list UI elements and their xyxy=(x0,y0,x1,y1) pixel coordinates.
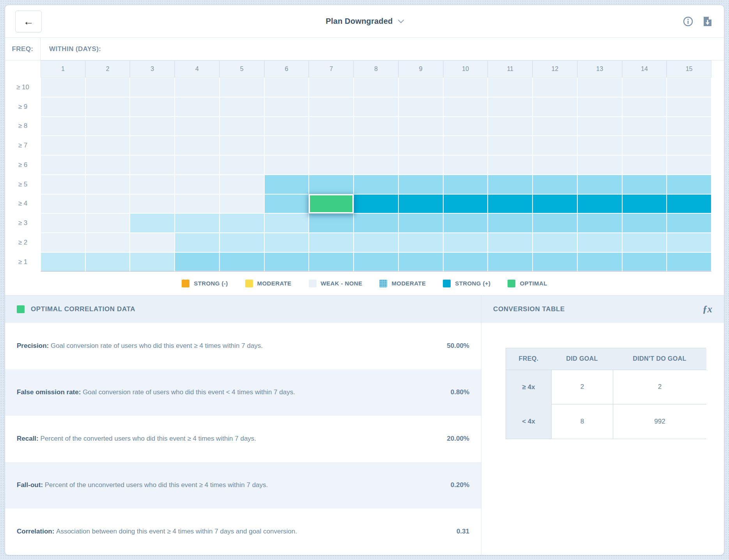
heatmap-cell-r≥10-c5[interactable] xyxy=(219,78,264,97)
heatmap-cell-r≥1-c9[interactable] xyxy=(398,252,443,272)
heatmap-cell-r≥3-c9[interactable] xyxy=(398,213,443,233)
heatmap-cell-r≥2-c10[interactable] xyxy=(443,233,488,252)
heatmap-cell-r≥3-c15[interactable] xyxy=(667,213,711,233)
heatmap-cell-r≥6-c1[interactable] xyxy=(41,155,85,175)
heatmap-cell-r≥9-c1[interactable] xyxy=(41,97,85,117)
heatmap-cell-r≥2-c9[interactable] xyxy=(398,233,443,252)
heatmap-cell-r≥5-c5[interactable] xyxy=(219,175,264,194)
heatmap-cell-r≥8-c7[interactable] xyxy=(309,117,354,136)
heatmap-cell-r≥5-c8[interactable] xyxy=(354,175,398,194)
heatmap-cell-r≥6-c13[interactable] xyxy=(577,155,622,175)
heatmap-cell-r≥3-c6[interactable] xyxy=(264,213,309,233)
heatmap-cell-r≥10-c15[interactable] xyxy=(667,78,711,97)
heatmap-cell-r≥10-c9[interactable] xyxy=(398,78,443,97)
heatmap-cell-r≥2-c11[interactable] xyxy=(488,233,533,252)
download-icon[interactable] xyxy=(702,16,713,27)
heatmap-cell-r≥8-c8[interactable] xyxy=(354,117,398,136)
heatmap-cell-r≥3-c1[interactable] xyxy=(41,213,85,233)
heatmap-cell-r≥10-c4[interactable] xyxy=(175,78,219,97)
heatmap-cell-r≥10-c3[interactable] xyxy=(130,78,175,97)
formula-fx-icon[interactable]: ƒx xyxy=(702,304,712,315)
heatmap-cell-r≥6-c9[interactable] xyxy=(398,155,443,175)
heatmap-cell-r≥5-c9[interactable] xyxy=(398,175,443,194)
heatmap-cell-r≥4-c10[interactable] xyxy=(443,194,488,214)
heatmap-cell-r≥8-c12[interactable] xyxy=(533,117,577,136)
heatmap-cell-r≥1-c14[interactable] xyxy=(622,252,667,272)
heatmap-cell-r≥7-c12[interactable] xyxy=(533,136,577,155)
heatmap-cell-r≥4-c12[interactable] xyxy=(533,194,577,214)
heatmap-cell-r≥1-c11[interactable] xyxy=(488,252,533,272)
heatmap-cell-r≥10-c14[interactable] xyxy=(622,78,667,97)
heatmap-cell-r≥9-c6[interactable] xyxy=(264,97,309,117)
heatmap-cell-r≥1-c3[interactable] xyxy=(130,252,175,272)
heatmap-cell-r≥3-c14[interactable] xyxy=(622,213,667,233)
heatmap-cell-r≥10-c11[interactable] xyxy=(488,78,533,97)
event-selector-dropdown[interactable]: Plan Downgraded xyxy=(326,17,403,26)
heatmap-cell-r≥4-c2[interactable] xyxy=(85,194,130,214)
heatmap-cell-r≥8-c13[interactable] xyxy=(577,117,622,136)
heatmap-cell-r≥8-c11[interactable] xyxy=(488,117,533,136)
heatmap-cell-r≥10-c8[interactable] xyxy=(354,78,398,97)
heatmap-cell-r≥4-c6[interactable] xyxy=(264,194,309,214)
heatmap-cell-r≥8-c4[interactable] xyxy=(175,117,219,136)
heatmap-cell-r≥1-c2[interactable] xyxy=(85,252,130,272)
heatmap-cell-r≥2-c3[interactable] xyxy=(130,233,175,252)
heatmap-cell-r≥2-c8[interactable] xyxy=(354,233,398,252)
heatmap-cell-r≥10-c13[interactable] xyxy=(577,78,622,97)
heatmap-cell-r≥7-c6[interactable] xyxy=(264,136,309,155)
heatmap-cell-r≥5-c7[interactable] xyxy=(309,175,354,194)
heatmap-cell-r≥2-c6[interactable] xyxy=(264,233,309,252)
heatmap-cell-r≥1-c1[interactable] xyxy=(41,252,85,272)
heatmap-cell-r≥3-c13[interactable] xyxy=(577,213,622,233)
heatmap-cell-r≥8-c2[interactable] xyxy=(85,117,130,136)
heatmap-cell-r≥4-c9[interactable] xyxy=(398,194,443,214)
heatmap-cell-r≥7-c11[interactable] xyxy=(488,136,533,155)
heatmap-cell-r≥3-c12[interactable] xyxy=(533,213,577,233)
heatmap-cell-r≥4-c8[interactable] xyxy=(354,194,398,214)
heatmap-cell-r≥6-c12[interactable] xyxy=(533,155,577,175)
heatmap-cell-r≥8-c10[interactable] xyxy=(443,117,488,136)
heatmap-cell-selected-optimal[interactable] xyxy=(309,194,354,214)
heatmap-cell-r≥5-c6[interactable] xyxy=(264,175,309,194)
heatmap-cell-r≥9-c5[interactable] xyxy=(219,97,264,117)
heatmap-cell-r≥2-c1[interactable] xyxy=(41,233,85,252)
heatmap-cell-r≥2-c2[interactable] xyxy=(85,233,130,252)
heatmap-cell-r≥9-c7[interactable] xyxy=(309,97,354,117)
heatmap-cell-r≥3-c10[interactable] xyxy=(443,213,488,233)
heatmap-cell-r≥7-c14[interactable] xyxy=(622,136,667,155)
heatmap-cell-r≥9-c12[interactable] xyxy=(533,97,577,117)
heatmap-cell-r≥9-c8[interactable] xyxy=(354,97,398,117)
heatmap-cell-r≥7-c13[interactable] xyxy=(577,136,622,155)
heatmap-cell-r≥7-c15[interactable] xyxy=(667,136,711,155)
heatmap-cell-r≥10-c7[interactable] xyxy=(309,78,354,97)
heatmap-cell-r≥2-c7[interactable] xyxy=(309,233,354,252)
heatmap-cell-r≥2-c13[interactable] xyxy=(577,233,622,252)
heatmap-cell-r≥10-c10[interactable] xyxy=(443,78,488,97)
heatmap-cell-r≥3-c8[interactable] xyxy=(354,213,398,233)
heatmap-cell-r≥2-c14[interactable] xyxy=(622,233,667,252)
heatmap-cell-r≥8-c5[interactable] xyxy=(219,117,264,136)
heatmap-cell-r≥5-c12[interactable] xyxy=(533,175,577,194)
heatmap-cell-r≥2-c12[interactable] xyxy=(533,233,577,252)
heatmap-cell-r≥6-c3[interactable] xyxy=(130,155,175,175)
heatmap-cell-r≥10-c12[interactable] xyxy=(533,78,577,97)
heatmap-cell-r≥1-c10[interactable] xyxy=(443,252,488,272)
heatmap-cell-r≥4-c4[interactable] xyxy=(175,194,219,214)
heatmap-cell-r≥8-c15[interactable] xyxy=(667,117,711,136)
heatmap-cell-r≥3-c11[interactable] xyxy=(488,213,533,233)
heatmap-cell-r≥8-c9[interactable] xyxy=(398,117,443,136)
heatmap-cell-r≥3-c2[interactable] xyxy=(85,213,130,233)
heatmap-cell-r≥5-c2[interactable] xyxy=(85,175,130,194)
heatmap-cell-r≥9-c10[interactable] xyxy=(443,97,488,117)
info-icon[interactable] xyxy=(683,16,694,27)
heatmap-cell-r≥9-c9[interactable] xyxy=(398,97,443,117)
heatmap-cell-r≥5-c13[interactable] xyxy=(577,175,622,194)
heatmap-cell-r≥8-c3[interactable] xyxy=(130,117,175,136)
heatmap-cell-r≥5-c4[interactable] xyxy=(175,175,219,194)
heatmap-cell-r≥7-c9[interactable] xyxy=(398,136,443,155)
heatmap-cell-r≥10-c1[interactable] xyxy=(41,78,85,97)
heatmap-cell-r≥7-c1[interactable] xyxy=(41,136,85,155)
heatmap-cell-r≥6-c4[interactable] xyxy=(175,155,219,175)
heatmap-cell-r≥5-c14[interactable] xyxy=(622,175,667,194)
heatmap-cell-r≥6-c11[interactable] xyxy=(488,155,533,175)
